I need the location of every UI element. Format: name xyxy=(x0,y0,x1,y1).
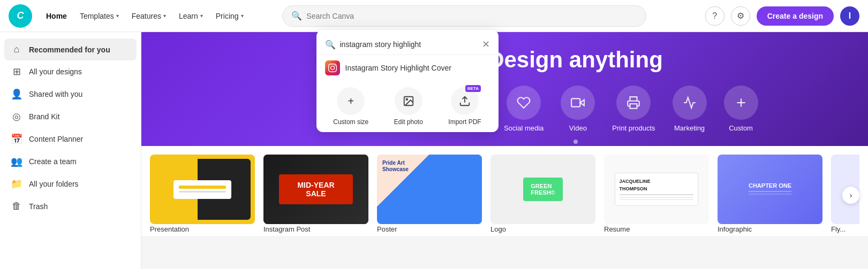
nav-templates[interactable]: Templates ▾ xyxy=(74,9,124,24)
template-thumb-instagram: MID-YEAR SALE xyxy=(263,155,368,224)
custom-size-icon: + xyxy=(337,87,365,115)
search-input[interactable] xyxy=(306,12,637,20)
category-video[interactable]: Video xyxy=(561,86,595,132)
template-label-flyer: Fly... xyxy=(831,225,846,233)
sidebar-item-content-planner[interactable]: 📅 Content Planner xyxy=(4,128,137,150)
custom-label: Custom xyxy=(729,124,753,132)
nav-home[interactable]: Home xyxy=(41,9,72,24)
template-label-logo: Logo xyxy=(490,225,506,233)
hero-indicator xyxy=(283,132,868,146)
nav-pricing[interactable]: Pricing ▾ xyxy=(210,9,249,24)
category-social-media[interactable]: Social media xyxy=(504,86,544,132)
sidebar: ⌂ Recommended for you ⊞ All your designs… xyxy=(0,32,141,269)
hero-banner: Design anything ✦ For you Presentations xyxy=(141,32,868,146)
instagram-icon xyxy=(325,60,340,75)
template-card-presentation[interactable]: Presentation xyxy=(150,155,255,234)
templates-row: Presentation MID-YEAR SALE In xyxy=(150,155,859,236)
category-print[interactable]: Print products xyxy=(612,86,655,132)
template-thumb-poster: Pride Art Showcase xyxy=(377,155,482,224)
social-media-icon xyxy=(507,86,541,120)
sidebar-item-label-content-planner: Content Planner xyxy=(29,135,83,143)
sidebar-item-label-shared: Shared with you xyxy=(29,90,82,98)
home-icon: ⌂ xyxy=(11,44,22,55)
template-label-resume: Resume xyxy=(604,225,630,233)
sidebar-item-label-recommended: Recommended for you xyxy=(29,45,110,54)
template-card-poster[interactable]: Pride Art Showcase Poster xyxy=(377,155,482,234)
sidebar-item-label-trash: Trash xyxy=(29,202,48,211)
custom-icon xyxy=(724,86,758,120)
logo-text: C xyxy=(17,10,24,21)
learn-chevron-icon: ▾ xyxy=(200,13,203,19)
templates-section: Presentation MID-YEAR SALE In xyxy=(141,146,868,236)
template-card-infographic[interactable]: CHAPTER ONE Infographic xyxy=(718,155,822,234)
search-icon: 🔍 xyxy=(291,11,302,21)
sidebar-item-trash[interactable]: 🗑 Trash xyxy=(4,195,137,217)
dropdown-result-item[interactable]: Instagram Story Highlight Cover xyxy=(316,55,499,81)
svg-rect-8 xyxy=(630,104,637,109)
template-thumb-logo: GREENFRESH© xyxy=(490,155,595,224)
top-navigation: C Home Templates ▾ Features ▾ Learn ▾ Pr… xyxy=(0,0,868,32)
edit-photo-icon xyxy=(395,87,422,115)
templates-wrapper: Presentation MID-YEAR SALE In xyxy=(150,155,859,236)
category-custom[interactable]: Custom xyxy=(724,86,758,132)
beta-badge: BETA xyxy=(465,85,481,92)
video-icon xyxy=(561,86,595,120)
brand-icon: ◎ xyxy=(11,111,22,122)
dropdown-search-input[interactable] xyxy=(340,40,478,49)
nav-learn[interactable]: Learn ▾ xyxy=(173,9,208,24)
template-thumb-resume: JACQUELINETHOMPSON xyxy=(604,155,709,224)
import-pdf-icon: BETA xyxy=(451,87,479,115)
dropdown-close-icon[interactable]: ✕ xyxy=(482,39,490,50)
category-marketing[interactable]: Marketing xyxy=(673,86,707,132)
dropdown-result-label: Instagram Story Highlight Cover xyxy=(345,64,451,72)
edit-photo-action[interactable]: Edit photo xyxy=(394,87,423,126)
sidebar-item-folders[interactable]: 📁 All your folders xyxy=(4,173,137,195)
trash-icon: 🗑 xyxy=(11,201,22,212)
custom-size-action[interactable]: + Custom size xyxy=(333,87,368,126)
sidebar-item-recommended[interactable]: ⌂ Recommended for you xyxy=(4,39,137,60)
print-label: Print products xyxy=(612,124,655,132)
folder-icon: 📁 xyxy=(11,178,22,190)
sidebar-item-all-designs[interactable]: ⊞ All your designs xyxy=(4,60,137,83)
sidebar-item-label-create-team: Create a team xyxy=(29,157,77,166)
nav-features[interactable]: Features ▾ xyxy=(126,9,171,24)
template-card-logo[interactable]: GREENFRESH© Logo xyxy=(490,155,595,234)
edit-photo-label: Edit photo xyxy=(394,118,423,126)
svg-point-1 xyxy=(406,98,407,100)
svg-marker-6 xyxy=(580,100,585,106)
search-dropdown: 🔍 ✕ Instagram Story Highlight Cover + Cu… xyxy=(316,30,499,132)
dropdown-search-icon: 🔍 xyxy=(325,40,336,50)
template-label-presentation: Presentation xyxy=(150,225,189,233)
import-pdf-action[interactable]: BETA Import PDF xyxy=(448,87,481,126)
print-icon xyxy=(616,86,651,120)
template-card-instagram[interactable]: MID-YEAR SALE Instagram Post xyxy=(263,155,368,234)
sidebar-item-shared[interactable]: 👤 Shared with you xyxy=(4,83,137,105)
sidebar-item-label-all-designs: All your designs xyxy=(29,67,82,76)
avatar[interactable]: I xyxy=(840,6,859,26)
hero-dot-indicator xyxy=(573,140,578,144)
canva-logo[interactable]: C xyxy=(9,4,32,28)
next-arrow-button[interactable]: › xyxy=(842,187,859,204)
template-label-poster: Poster xyxy=(377,225,397,233)
sidebar-item-brand-kit[interactable]: ◎ Brand Kit xyxy=(4,105,137,128)
social-media-label: Social media xyxy=(504,124,544,132)
search-bar[interactable]: 🔍 xyxy=(282,5,646,27)
team-icon: 👥 xyxy=(11,156,22,167)
create-design-button[interactable]: Create a design xyxy=(757,6,834,26)
nav-links: Home Templates ▾ Features ▾ Learn ▾ Pric… xyxy=(41,9,249,24)
sidebar-item-create-team[interactable]: 👥 Create a team xyxy=(4,150,137,173)
help-button[interactable]: ? xyxy=(705,6,724,26)
templates-chevron-icon: ▾ xyxy=(116,13,119,19)
shared-icon: 👤 xyxy=(11,88,22,100)
sidebar-item-label-brand-kit: Brand Kit xyxy=(29,112,60,121)
custom-size-label: Custom size xyxy=(333,118,368,126)
settings-button[interactable]: ⚙ xyxy=(731,6,750,26)
dropdown-actions: + Custom size Edit photo BETA Import PDF xyxy=(316,81,499,126)
marketing-label: Marketing xyxy=(674,124,705,132)
marketing-icon xyxy=(673,86,707,120)
features-chevron-icon: ▾ xyxy=(163,13,166,19)
template-card-resume[interactable]: JACQUELINETHOMPSON Resume xyxy=(604,155,709,234)
template-label-instagram: Instagram Post xyxy=(263,225,310,233)
template-label-infographic: Infographic xyxy=(718,225,752,233)
dropdown-search-row: 🔍 ✕ xyxy=(316,34,499,55)
